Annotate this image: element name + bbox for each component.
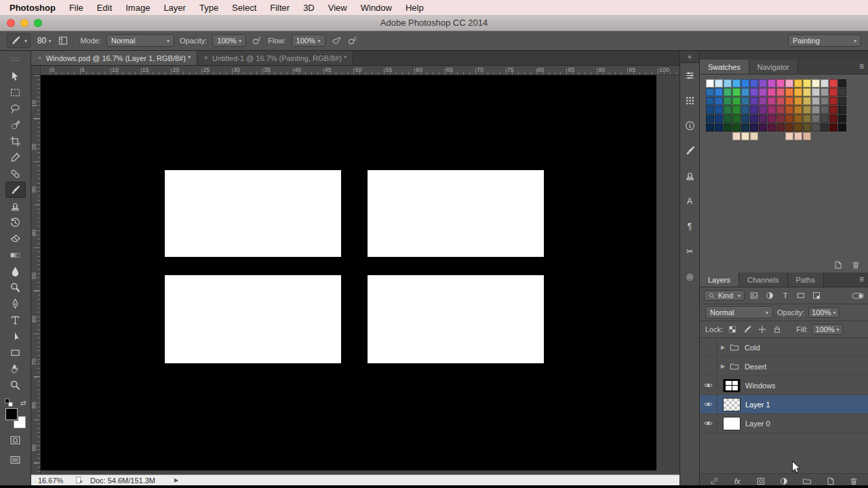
color-swatch[interactable]	[838, 115, 846, 123]
color-swatch[interactable]	[759, 115, 767, 123]
canvas[interactable]	[41, 75, 656, 470]
color-swatch[interactable]	[724, 123, 732, 131]
color-swatch[interactable]	[812, 123, 820, 131]
color-swatch[interactable]	[821, 115, 829, 123]
maximize-window-button[interactable]	[34, 19, 42, 27]
menu-image[interactable]: Image	[119, 3, 157, 13]
screen-mode-button[interactable]	[5, 451, 26, 468]
pasteboard[interactable]	[41, 75, 679, 474]
filter-toggle-switch[interactable]	[852, 290, 864, 301]
color-swatch[interactable]	[776, 115, 785, 123]
color-swatch[interactable]	[794, 106, 802, 114]
color-swatch[interactable]	[785, 88, 793, 96]
color-swatch[interactable]	[821, 79, 829, 87]
status-menu-arrow-icon[interactable]: ▶	[174, 477, 178, 483]
eraser-tool[interactable]	[5, 230, 26, 247]
layer-thumbnail[interactable]	[723, 379, 741, 392]
color-swatch[interactable]	[821, 97, 829, 105]
filter-kind-select[interactable]: Kind ▾	[704, 290, 745, 301]
layer-thumbnail[interactable]	[723, 398, 741, 411]
color-swatch[interactable]	[724, 97, 732, 105]
lock-transparency-button[interactable]	[727, 324, 738, 335]
color-swatch[interactable]	[715, 106, 723, 114]
expand-panels-button[interactable]: «	[680, 51, 699, 63]
rectangle-tool[interactable]	[5, 344, 26, 361]
color-swatch[interactable]	[785, 123, 793, 131]
brush-settings-panel-button[interactable]	[681, 138, 698, 163]
color-swatch[interactable]	[715, 88, 723, 96]
flow-select[interactable]: 100% ▾	[292, 35, 326, 47]
color-swatch[interactable]	[829, 115, 837, 123]
color-swatch[interactable]	[785, 97, 793, 105]
layer-opacity-field[interactable]: 100% ▾	[808, 307, 839, 318]
color-swatch[interactable]	[821, 123, 829, 131]
path-selection-tool[interactable]	[5, 328, 26, 344]
layer-row-layer-0[interactable]: Layer 0	[700, 414, 868, 433]
layer-row-layer-1[interactable]: Layer 1	[700, 395, 868, 414]
lasso-tool[interactable]	[5, 100, 26, 117]
menu-3d[interactable]: 3D	[296, 3, 321, 13]
default-colors-icon[interactable]	[5, 399, 13, 407]
menu-help[interactable]: Help	[399, 3, 431, 13]
disclosure-triangle-icon[interactable]: ▶	[717, 344, 728, 350]
color-swatch[interactable]	[768, 79, 776, 87]
app-menu-photoshop[interactable]: Photoshop	[8, 3, 62, 13]
color-swatch[interactable]	[750, 106, 758, 114]
color-swatch[interactable]	[741, 123, 749, 131]
brush-presets-panel-button[interactable]	[681, 88, 698, 113]
color-swatch[interactable]	[768, 115, 776, 123]
tools-panel-grip[interactable]	[11, 58, 20, 61]
color-swatch[interactable]	[750, 132, 758, 140]
info-panel-button[interactable]	[681, 113, 698, 138]
layer-fill-field[interactable]: 100% ▾	[812, 324, 842, 335]
color-swatch[interactable]	[785, 132, 793, 140]
document-tab[interactable]: ✕Windows.psd @ 16.7% (Layer 1, RGB/8#) *	[31, 51, 197, 65]
panel-tab-channels[interactable]: Channels	[739, 272, 787, 287]
menu-type[interactable]: Type	[193, 3, 225, 13]
color-swatch[interactable]	[750, 115, 758, 123]
color-swatch[interactable]	[812, 106, 820, 114]
color-swatch[interactable]	[785, 115, 793, 123]
pressure-opacity-button[interactable]	[252, 35, 262, 46]
color-swatch[interactable]	[715, 79, 723, 87]
lock-all-button[interactable]	[772, 324, 783, 335]
panel-menu-icon[interactable]: ≡	[859, 62, 864, 71]
properties-panel-button[interactable]: ◎	[681, 264, 698, 289]
color-swatch[interactable]	[768, 106, 776, 114]
color-swatch[interactable]	[803, 132, 811, 140]
color-swatch[interactable]	[724, 79, 732, 87]
layer-visibility-toggle[interactable]	[700, 414, 717, 432]
color-swatch[interactable]	[794, 97, 802, 105]
lock-position-button[interactable]	[757, 324, 768, 335]
filter-pixel-layers-button[interactable]	[748, 290, 760, 301]
color-swatch[interactable]	[803, 123, 811, 131]
layer-visibility-toggle[interactable]	[700, 357, 717, 375]
color-swatch[interactable]	[759, 79, 767, 87]
color-swatch[interactable]	[706, 106, 714, 114]
pressure-size-button[interactable]	[347, 35, 358, 46]
panel-menu-icon[interactable]: ≡	[859, 274, 864, 284]
clone-source-panel-button[interactable]	[681, 163, 698, 188]
color-swatch[interactable]	[768, 123, 776, 131]
color-swatch[interactable]	[838, 97, 846, 105]
dodge-tool[interactable]	[5, 279, 26, 296]
menu-window[interactable]: Window	[354, 3, 399, 13]
color-swatch[interactable]	[829, 79, 837, 87]
color-swatch[interactable]	[776, 106, 785, 114]
color-swatch[interactable]	[724, 88, 732, 96]
menu-select[interactable]: Select	[225, 3, 263, 13]
new-swatch-button[interactable]	[833, 260, 843, 270]
panel-tab-layers[interactable]: Layers	[700, 272, 739, 287]
color-swatch[interactable]	[741, 115, 749, 123]
color-swatch[interactable]	[750, 79, 758, 87]
color-panel-button[interactable]	[681, 63, 698, 88]
document-tab[interactable]: ✕Untitled-1 @ 16.7% (Painting, RGB/8#) *	[197, 51, 353, 65]
color-swatch[interactable]	[732, 123, 741, 131]
color-swatch[interactable]	[838, 106, 846, 114]
color-swatch[interactable]	[829, 123, 837, 131]
color-swatch[interactable]	[812, 88, 820, 96]
color-swatch[interactable]	[759, 106, 767, 114]
gradient-tool[interactable]	[5, 247, 26, 263]
history-brush-tool[interactable]	[5, 214, 26, 230]
menu-edit[interactable]: Edit	[90, 3, 119, 13]
